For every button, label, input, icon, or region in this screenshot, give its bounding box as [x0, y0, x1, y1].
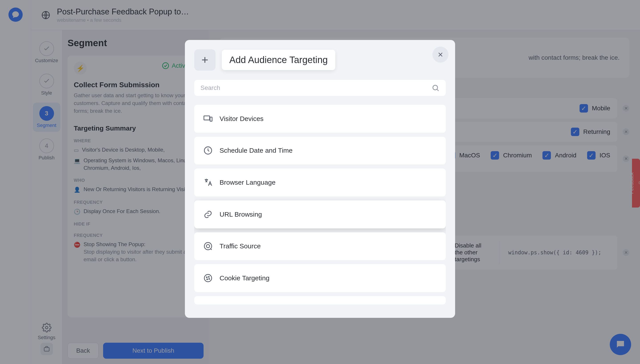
option-partial[interactable]: [194, 296, 446, 304]
svg-point-14: [208, 276, 209, 278]
svg-rect-7: [204, 116, 210, 120]
svg-point-15: [207, 279, 208, 280]
modal-plus-badge: [194, 49, 216, 70]
modal-overlay[interactable]: Add Audience Targeting Visitor Devices S…: [0, 0, 640, 364]
option-url-browsing[interactable]: URL Browsing: [194, 200, 446, 228]
modal-close-button[interactable]: [433, 46, 449, 62]
option-schedule[interactable]: Schedule Date and Time: [194, 137, 446, 165]
option-visitor-devices[interactable]: Visitor Devices: [194, 105, 446, 133]
svg-point-6: [433, 85, 438, 90]
search-input[interactable]: [200, 84, 427, 92]
svg-point-16: [209, 278, 210, 280]
svg-point-10: [206, 244, 210, 248]
svg-point-12: [204, 274, 212, 282]
option-browser-language[interactable]: Browser Language: [194, 168, 446, 196]
clock-icon: [203, 146, 213, 155]
close-icon: [437, 51, 444, 58]
plus-icon: [200, 55, 210, 65]
traffic-icon: [203, 241, 213, 251]
modal-title: Add Audience Targeting: [222, 50, 335, 70]
cookie-icon: [203, 273, 213, 283]
language-icon: [203, 178, 213, 187]
targeting-options-list: Visitor Devices Schedule Date and Time B…: [194, 105, 446, 304]
svg-rect-8: [210, 117, 212, 121]
svg-point-13: [206, 277, 207, 278]
link-icon: [203, 210, 213, 219]
option-traffic-source[interactable]: Traffic Source: [194, 232, 446, 260]
add-audience-targeting-modal: Add Audience Targeting Visitor Devices S…: [185, 40, 455, 318]
devices-icon: [203, 114, 213, 124]
search-icon: [432, 84, 440, 92]
option-cookie-targeting[interactable]: Cookie Targeting: [194, 264, 446, 292]
modal-search[interactable]: [194, 80, 446, 96]
